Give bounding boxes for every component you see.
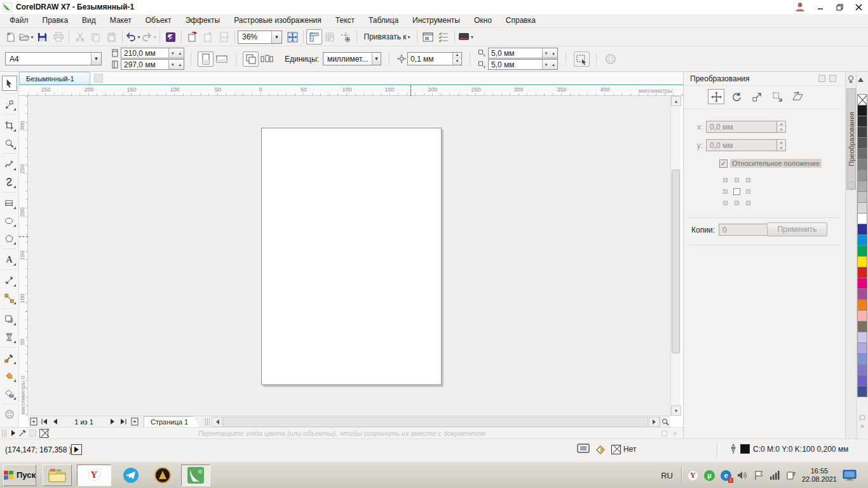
anchor-bottom-right[interactable] xyxy=(742,197,754,208)
units-combo[interactable]: миллимет... ▼ xyxy=(323,52,381,65)
previous-page-button[interactable] xyxy=(50,417,60,427)
anchor-bottom-left[interactable] xyxy=(719,197,731,208)
undo-button[interactable]: ▾ xyxy=(125,29,141,44)
zoom-level-combo[interactable]: 36% ▼ xyxy=(238,30,282,44)
horizontal-ruler[interactable]: миллиметры 25020015010050050100150200250… xyxy=(19,86,683,96)
tray-yandex-icon[interactable]: Y xyxy=(688,470,698,481)
scroll-up-button[interactable]: ▲ xyxy=(671,96,681,106)
menu-layout[interactable]: Макет xyxy=(103,14,139,27)
color-swatch[interactable] xyxy=(857,105,867,116)
page-width-spinner[interactable]: ▾▴ xyxy=(168,48,184,58)
tray-removable-device-icon[interactable] xyxy=(786,470,796,480)
color-swatch[interactable] xyxy=(857,256,867,268)
text-tool[interactable]: A xyxy=(2,252,17,267)
document-navigator-button[interactable] xyxy=(660,417,670,427)
polygon-tool[interactable] xyxy=(2,231,17,246)
show-rulers-button[interactable] xyxy=(306,29,322,44)
color-swatch[interactable] xyxy=(857,310,867,322)
tray-network-icon[interactable] xyxy=(770,471,780,480)
snap-settings-button[interactable] xyxy=(436,29,452,44)
treat-as-filled-button[interactable] xyxy=(574,51,590,67)
show-grid-button[interactable] xyxy=(322,29,338,44)
start-button[interactable]: Пуск xyxy=(3,464,36,486)
transform-position-button[interactable] xyxy=(708,89,724,104)
color-swatch[interactable] xyxy=(857,332,867,343)
menu-tools[interactable]: Инструменты xyxy=(405,14,467,27)
color-swatch[interactable] xyxy=(857,278,867,289)
outline-tool[interactable] xyxy=(2,407,17,422)
current-page-button[interactable] xyxy=(259,51,275,67)
undo-dropdown-caret[interactable]: ▾ xyxy=(137,34,140,40)
language-indicator[interactable]: RU xyxy=(661,471,673,480)
paste-button[interactable] xyxy=(104,29,119,44)
color-swatch[interactable] xyxy=(857,191,867,203)
scroll-down-button[interactable]: ▼ xyxy=(671,405,681,416)
x-position-field[interactable]: 0,0 мм xyxy=(706,121,777,133)
scroll-right-button[interactable] xyxy=(649,417,660,427)
color-swatch[interactable] xyxy=(857,342,867,354)
horizontal-scrollbar[interactable] xyxy=(223,417,648,427)
y-position-spinner[interactable]: ▲▼ xyxy=(777,139,786,151)
color-swatch[interactable] xyxy=(857,213,867,224)
color-swatch[interactable] xyxy=(857,353,867,365)
menu-help[interactable]: Справка xyxy=(499,14,543,27)
open-button[interactable]: ▾ xyxy=(18,29,34,44)
anchor-top-left[interactable] xyxy=(719,174,731,186)
print-button[interactable] xyxy=(50,29,66,44)
transform-scale-mirror-button[interactable] xyxy=(749,89,765,104)
snap-to-button[interactable]: Привязать к ▾ xyxy=(360,29,414,44)
vertical-scrollbar-thumb[interactable] xyxy=(672,170,680,353)
copy-button[interactable] xyxy=(88,29,104,44)
color-swatch[interactable] xyxy=(857,137,867,149)
connector-tool[interactable] xyxy=(2,290,17,306)
palette-scroll-up-icon[interactable] xyxy=(858,77,864,82)
taskbar-yandex-button[interactable]: Y xyxy=(77,464,111,486)
transform-rotate-button[interactable] xyxy=(728,89,745,104)
duplicate-y-spinner[interactable]: ▾▴ xyxy=(542,60,557,69)
anchor-middle-right[interactable] xyxy=(742,186,754,197)
docker-pin-icon[interactable] xyxy=(846,74,855,85)
tray-clock[interactable]: 16:55 22.08.2021 xyxy=(802,467,837,484)
landscape-button[interactable] xyxy=(214,51,229,67)
crop-tool[interactable] xyxy=(2,118,17,133)
options-button[interactable] xyxy=(420,29,436,44)
color-swatch[interactable] xyxy=(857,202,867,214)
user-account-icon[interactable] xyxy=(794,1,806,13)
transformations-docker-tab[interactable]: Преобразования xyxy=(846,88,856,190)
drop-shadow-tool[interactable] xyxy=(2,311,17,327)
page-height-field[interactable]: 297,0 мм ▾▴ xyxy=(121,59,184,70)
transparency-tool[interactable] xyxy=(2,329,17,344)
duplicate-x-spinner[interactable]: ▾▴ xyxy=(542,48,557,58)
page-height-spinner[interactable]: ▾▴ xyxy=(168,60,184,69)
color-swatch[interactable] xyxy=(857,126,867,138)
show-guidelines-button[interactable] xyxy=(338,29,354,44)
color-swatch[interactable] xyxy=(857,224,867,235)
duplicate-y-field[interactable]: 5,0 мм ▾▴ xyxy=(488,59,558,70)
menu-file[interactable]: Файл xyxy=(3,14,36,27)
vertical-scrollbar[interactable]: ▲ ▼ xyxy=(670,96,681,416)
menu-object[interactable]: Объект xyxy=(139,14,179,27)
zoom-combo-caret-icon[interactable]: ▼ xyxy=(271,31,281,43)
taskbar-coreldraw-button[interactable] xyxy=(181,464,210,486)
portrait-button[interactable] xyxy=(198,51,214,67)
color-swatch[interactable] xyxy=(857,234,867,246)
last-page-button[interactable] xyxy=(118,417,129,427)
ellipse-tool[interactable] xyxy=(2,213,17,228)
anchor-middle-left[interactable] xyxy=(719,186,731,197)
page-width-field[interactable]: 210,0 мм ▾▴ xyxy=(121,48,184,58)
shape-tool[interactable] xyxy=(2,97,17,112)
units-caret-icon[interactable]: ▼ xyxy=(372,53,381,65)
menu-text[interactable]: Текст xyxy=(329,14,362,27)
color-swatch[interactable] xyxy=(857,386,867,397)
palette-expand-more-icon[interactable]: » xyxy=(860,423,864,430)
open-dropdown-caret[interactable]: ▾ xyxy=(31,34,33,40)
color-swatch[interactable] xyxy=(857,116,867,127)
rectangle-tool[interactable] xyxy=(2,195,17,210)
redo-button[interactable]: ▾ xyxy=(141,29,157,44)
tray-utorrent-icon[interactable]: µ xyxy=(704,470,715,481)
menu-window[interactable]: Окно xyxy=(467,14,499,27)
docker-close-button[interactable] xyxy=(829,75,836,82)
color-swatch[interactable] xyxy=(857,148,867,159)
color-swatch[interactable] xyxy=(857,180,867,192)
cut-button[interactable] xyxy=(72,29,88,44)
